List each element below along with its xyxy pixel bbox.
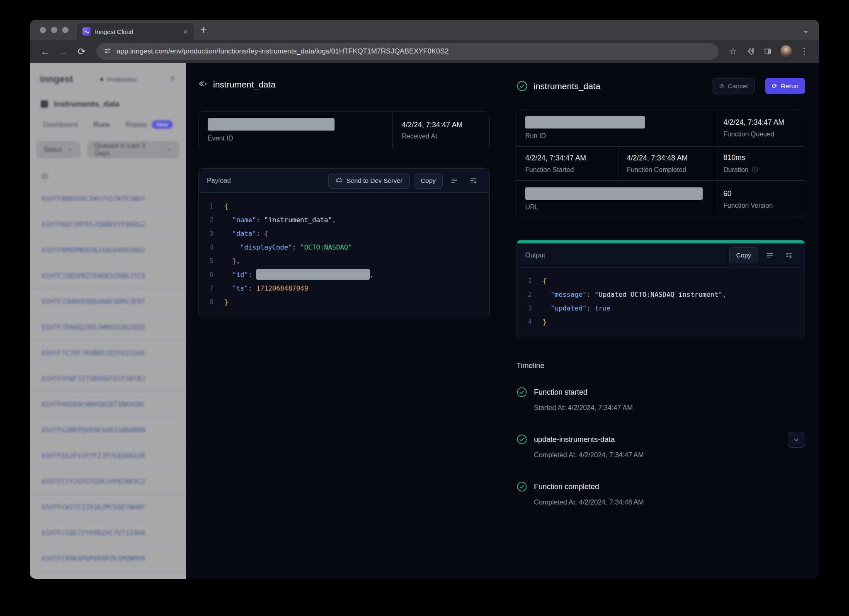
run-id-row[interactable]: 01HTFCR9KAPQP0R8PZK3MQNMX8 — [30, 546, 186, 572]
output-card: Output Copy 1{2 "message": "Updated OCTO… — [517, 240, 805, 338]
close-tab-icon[interactable]: × — [183, 28, 188, 36]
event-id-label: Event ID — [208, 135, 383, 142]
run-id-row[interactable]: 01HTFKQT1M7RSJQABEXYF0K0S2 — [30, 212, 186, 238]
function-completed-label: Function Completed — [627, 166, 706, 174]
function-queued-value: 4/2/24, 7:34:47 AM — [723, 118, 796, 127]
wrap-lines-icon[interactable] — [447, 173, 462, 188]
bookmark-star-icon[interactable]: ☆ — [725, 44, 740, 59]
id-column-header: ID — [30, 173, 186, 180]
output-success-accent — [517, 240, 805, 243]
sidebar-tabs: DashboardRunsReplayNew — [30, 120, 186, 129]
sidebar-tab-dashboard[interactable]: Dashboard — [43, 121, 78, 129]
sidebar-tab-replay[interactable]: ReplayNew — [126, 120, 173, 129]
rerun-button[interactable]: ⟳ Rerun — [765, 78, 805, 94]
output-copy-button[interactable]: Copy — [729, 247, 758, 263]
run-id-row[interactable]: 01HTFG3BKPQSR9E4A91GBRARRN — [30, 417, 186, 443]
check-circle-icon — [517, 387, 527, 398]
runs-sidebar: inngest Production instruments_data Dash… — [30, 63, 186, 579]
browser-menu-icon[interactable]: ⋮ — [797, 44, 812, 59]
cancel-icon: ⊘ — [719, 82, 725, 90]
timeline-expand-button[interactable] — [788, 432, 805, 448]
rerun-icon: ⟳ — [772, 82, 777, 90]
sidebar-app-name: instruments_data — [54, 99, 119, 109]
environment-selector[interactable]: Production — [100, 76, 137, 83]
timeline-title: Timeline — [517, 361, 805, 370]
function-completed-value: 4/2/24, 7:34:48 AM — [627, 154, 706, 162]
send-to-dev-server-button[interactable]: Send to Dev Server — [328, 173, 410, 189]
timeline-item-title: Function completed — [534, 483, 599, 491]
new-tab-button[interactable]: + — [200, 24, 207, 36]
timeline-item-subtitle: Started At: 4/2/2024, 7:34:47 AM — [534, 404, 805, 412]
status-filter[interactable]: Status — [36, 141, 80, 158]
tab-title: Inngest Cloud — [95, 28, 179, 35]
url-redacted-value — [525, 187, 703, 200]
run-id-row[interactable]: 01HTFEG3FVJP7FZJP7EA5KN3JR — [30, 443, 186, 469]
sidebar-blurred-content: inngest Production instruments_data Dash… — [30, 63, 186, 572]
function-version-label: Function Version — [723, 202, 796, 209]
code-line: 3 "updated": true — [524, 301, 805, 315]
output-wrap-lines-icon[interactable] — [762, 248, 777, 263]
tab-search-chevron-icon[interactable]: ⌄ — [802, 25, 809, 35]
payload-title: Payload — [207, 177, 231, 184]
extensions-icon[interactable] — [743, 44, 758, 59]
address-bar[interactable]: app.inngest.com/env/production/functions… — [96, 43, 719, 60]
run-id-row[interactable]: 01HTFHXGR0CWNHSW18T3NAVGRC — [30, 392, 186, 417]
run-id-row[interactable]: 01HTFCSQG7ZYVXNZVC7VT1Z4K6 — [30, 520, 186, 546]
sidebar-app-row[interactable]: instruments_data — [30, 99, 186, 109]
code-line: 5 }, — [205, 254, 489, 268]
tab-strip: Inngest Cloud × + ⌄ — [30, 20, 819, 40]
code-line: 1{ — [524, 274, 805, 288]
forward-button[interactable]: → — [56, 44, 71, 59]
duration-info-icon[interactable]: ⓘ — [752, 166, 758, 174]
run-id-row[interactable]: 01HTFN8KXV8CXWS7S57W7E3WDY — [30, 186, 186, 212]
back-button[interactable]: ← — [37, 44, 53, 59]
event-panel: instrument_data Event ID 4/2/24, 7:34:47… — [186, 63, 502, 579]
run-title: instruments_data — [534, 81, 600, 91]
timeline-item-title: update-instruments-data — [534, 435, 615, 444]
date-range-filter[interactable]: Queued in Last 3 Days — [87, 141, 179, 158]
check-circle-icon — [517, 481, 527, 492]
output-code: 1{2 "message": "Updated OCTO:NASDAQ inst… — [517, 267, 805, 338]
run-id-row[interactable]: 01HTFKM8PMD0ZAJ4AG04K03A02 — [30, 238, 186, 263]
inngest-app: inngest Production instruments_data Dash… — [30, 63, 819, 579]
profile-avatar[interactable] — [779, 45, 793, 58]
side-panel-icon[interactable] — [760, 44, 775, 59]
output-expand-lines-icon[interactable] — [781, 248, 796, 263]
timeline-items: Function startedStarted At: 4/2/2024, 7:… — [517, 387, 805, 506]
duration-label: Duration — [723, 166, 748, 174]
code-line: 3 "data": { — [205, 227, 489, 240]
run-id-row[interactable]: 01HTF7DA6Q238SJWNH1E8Q2Q5D — [30, 315, 186, 340]
output-title: Output — [525, 252, 545, 259]
close-window-button[interactable] — [40, 27, 46, 33]
cancel-button[interactable]: ⊘ Cancel — [713, 78, 754, 94]
payload-copy-button[interactable]: Copy — [414, 173, 443, 189]
site-info-icon[interactable] — [104, 47, 112, 56]
run-id-row[interactable]: 01HTF7C7HF7RVN051Q3YD2S3AE — [30, 340, 186, 366]
sidebar-tab-runs[interactable]: Runs — [93, 121, 110, 129]
code-line: 7 "ts": 1712068487049 — [205, 281, 489, 295]
app-square-icon — [41, 100, 48, 108]
check-circle-icon — [517, 434, 527, 445]
new-badge: New — [152, 120, 173, 129]
run-id-row[interactable]: 01HTFCW27CZ2X3AZM75QEYNH8F — [30, 495, 186, 520]
environment-updown-icon[interactable] — [169, 75, 176, 83]
run-id-row[interactable]: 01HTFHYWF32TSB9HGT01F58TBJ — [30, 366, 186, 392]
reload-button[interactable]: ⟳ — [74, 44, 90, 59]
url-label: URL — [525, 204, 706, 211]
payload-card: Payload Send to Dev Server Copy — [198, 168, 490, 318]
minimize-window-button[interactable] — [51, 27, 57, 33]
run-id-row[interactable]: 01HTFCYY2GYGYGDKJVP82NKXCZ — [30, 469, 186, 495]
redacted-inline-value — [256, 269, 370, 280]
expand-lines-icon[interactable] — [466, 173, 481, 188]
run-id-row[interactable]: 01HTFJ3HHVE08Q48AF4DM13E9T — [30, 289, 186, 315]
run-id-list: 01HTFN8KXV8CXWS7S57W7E3WDY01HTFKQT1M7RSJ… — [30, 186, 186, 572]
payload-code: 1{2 "name": "instrument_data",3 "data": … — [199, 193, 489, 318]
zoom-window-button[interactable] — [62, 27, 68, 33]
code-line: 6 "id": , — [205, 268, 489, 281]
browser-tab[interactable]: Inngest Cloud × — [77, 23, 194, 40]
code-line: 8} — [205, 295, 489, 309]
cloud-icon — [335, 176, 343, 185]
received-at-label: Received At — [402, 133, 480, 140]
run-id-row[interactable]: 01HTFJ3B5PBZ7EWGK5Z086JYC8 — [30, 263, 186, 289]
browser-toolbar: ← → ⟳ app.inngest.com/env/production/fun… — [30, 40, 819, 63]
